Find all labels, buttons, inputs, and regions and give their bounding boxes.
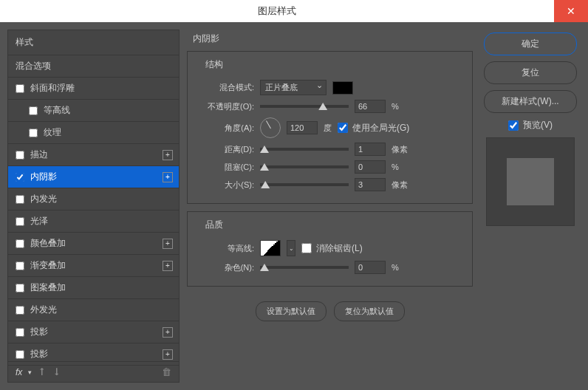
trash-icon[interactable]: 🗑 [162, 366, 171, 377]
arrow-up-icon[interactable]: 🠕 [38, 367, 47, 377]
noise-input[interactable] [355, 261, 386, 274]
sidebar-item[interactable]: 外发光 [8, 299, 179, 321]
style-checkbox[interactable] [16, 261, 24, 270]
structure-group: 结构 混合模式: 正片叠底 不透明度(O): % 角度(A): 度 使用全局光 [187, 51, 473, 204]
style-item-label: 投影 [30, 348, 48, 360]
angle-label: 角度(A): [198, 123, 254, 134]
contour-dropdown-icon[interactable]: ⌄ [287, 240, 295, 256]
style-item-label: 等高线 [44, 104, 70, 117]
main-panel: 内阴影 结构 混合模式: 正片叠底 不透明度(O): % 角度(A): 度 [187, 30, 473, 383]
new-style-button[interactable]: 新建样式(W)... [484, 90, 577, 113]
size-label: 大小(S): [198, 179, 254, 191]
style-checkbox[interactable] [16, 239, 24, 248]
distance-slider[interactable] [260, 148, 349, 151]
choke-label: 阻塞(C): [198, 162, 254, 173]
angle-input[interactable] [287, 121, 318, 134]
panel-title: 内阴影 [187, 30, 473, 51]
make-default-button[interactable]: 设置为默认值 [256, 301, 327, 321]
close-button[interactable]: ✕ [554, 0, 588, 22]
cancel-button[interactable]: 复位 [484, 61, 577, 84]
fx-icon[interactable]: fx [16, 367, 22, 377]
preview-box [486, 137, 575, 226]
blend-options[interactable]: 混合选项 [8, 55, 179, 78]
global-light-label: 使用全局光(G) [352, 122, 409, 134]
style-checkbox[interactable] [16, 84, 24, 93]
size-slider[interactable] [260, 183, 349, 186]
noise-slider[interactable] [260, 266, 349, 269]
sidebar-item[interactable]: 内阴影+ [8, 166, 179, 188]
sidebar-item[interactable]: 斜面和浮雕 [8, 78, 179, 100]
plus-icon[interactable]: + [163, 172, 173, 182]
ok-button[interactable]: 确定 [484, 32, 577, 55]
antialiased-label: 消除锯齿(L) [316, 242, 363, 255]
choke-input[interactable] [355, 160, 386, 174]
plus-icon[interactable]: + [163, 349, 173, 360]
sidebar-item[interactable]: 等高线 [8, 100, 179, 122]
style-item-label: 内阴影 [30, 171, 57, 183]
size-input[interactable] [355, 178, 386, 191]
sidebar-item[interactable]: 光泽 [8, 211, 179, 233]
style-checkbox[interactable] [16, 217, 24, 226]
preview-label: 预览(V) [523, 119, 553, 131]
contour-picker[interactable] [260, 240, 281, 256]
structure-legend: 结构 [202, 58, 226, 71]
noise-label: 杂色(N): [198, 262, 254, 273]
antialiased-checkbox[interactable] [301, 243, 312, 253]
opacity-slider[interactable] [260, 105, 349, 108]
style-item-label: 外发光 [30, 304, 57, 316]
style-item-label: 纹理 [44, 126, 61, 139]
style-checkbox[interactable] [16, 151, 24, 160]
titlebar: 图层样式 ✕ [0, 0, 588, 22]
sidebar-item[interactable]: 内发光 [8, 188, 179, 211]
sidebar-item[interactable]: 描边+ [8, 144, 179, 166]
style-checkbox[interactable] [16, 195, 24, 204]
style-item-label: 内发光 [30, 193, 57, 205]
preview-swatch [507, 158, 554, 205]
style-item-label: 图案叠加 [30, 281, 66, 294]
choke-slider[interactable] [260, 165, 349, 168]
arrow-down-icon[interactable]: 🠗 [52, 367, 61, 377]
opacity-input[interactable] [355, 100, 386, 113]
distance-label: 距离(D): [198, 144, 254, 155]
reset-default-button[interactable]: 复位为默认值 [334, 301, 405, 321]
plus-icon[interactable]: + [163, 150, 173, 160]
sidebar-header: 样式 [8, 30, 179, 55]
style-item-label: 斜面和浮雕 [30, 82, 75, 95]
sidebar-item[interactable]: 投影+ [8, 321, 179, 343]
angle-dial[interactable] [260, 117, 281, 138]
style-checkbox[interactable] [16, 328, 24, 337]
opacity-label: 不透明度(O): [198, 101, 254, 112]
styles-sidebar: 样式 混合选项 斜面和浮雕等高线纹理描边+内阴影+内发光光泽颜色叠加+渐变叠加+… [7, 30, 180, 383]
style-checkbox[interactable] [16, 306, 24, 315]
right-panel: 确定 复位 新建样式(W)... 预览(V) [480, 30, 581, 383]
sidebar-tools: fx ▾ 🠕 🠗 🗑 [8, 361, 179, 382]
style-checkbox[interactable] [16, 350, 24, 359]
sidebar-item[interactable]: 颜色叠加+ [8, 233, 179, 255]
blend-mode-label: 混合模式: [198, 82, 254, 93]
plus-icon[interactable]: + [163, 239, 173, 249]
style-item-label: 颜色叠加 [30, 237, 66, 250]
style-item-label: 渐变叠加 [30, 259, 66, 272]
quality-legend: 品质 [202, 219, 226, 231]
plus-icon[interactable]: + [163, 261, 173, 271]
style-item-label: 光泽 [30, 215, 48, 228]
style-item-label: 投影 [30, 326, 48, 338]
style-checkbox[interactable] [29, 129, 38, 137]
quality-group: 品质 等高线: ⌄ 消除锯齿(L) 杂色(N): % [187, 211, 473, 287]
contour-label: 等高线: [198, 243, 254, 254]
plus-icon[interactable]: + [163, 327, 173, 338]
window-title: 图层样式 [0, 4, 554, 18]
preview-checkbox[interactable] [508, 120, 519, 131]
fx-dropdown-icon[interactable]: ▾ [28, 369, 32, 376]
shadow-color-swatch[interactable] [332, 81, 353, 95]
sidebar-item[interactable]: 图案叠加 [8, 277, 179, 299]
distance-input[interactable] [355, 143, 386, 156]
style-checkbox[interactable] [16, 284, 24, 292]
sidebar-item[interactable]: 渐变叠加+ [8, 255, 179, 277]
style-item-label: 描边 [30, 148, 48, 161]
sidebar-item[interactable]: 纹理 [8, 122, 179, 144]
style-checkbox[interactable] [16, 173, 24, 182]
style-checkbox[interactable] [29, 106, 38, 115]
global-light-checkbox[interactable] [338, 123, 348, 133]
blend-mode-select[interactable]: 正片叠底 [260, 80, 327, 95]
